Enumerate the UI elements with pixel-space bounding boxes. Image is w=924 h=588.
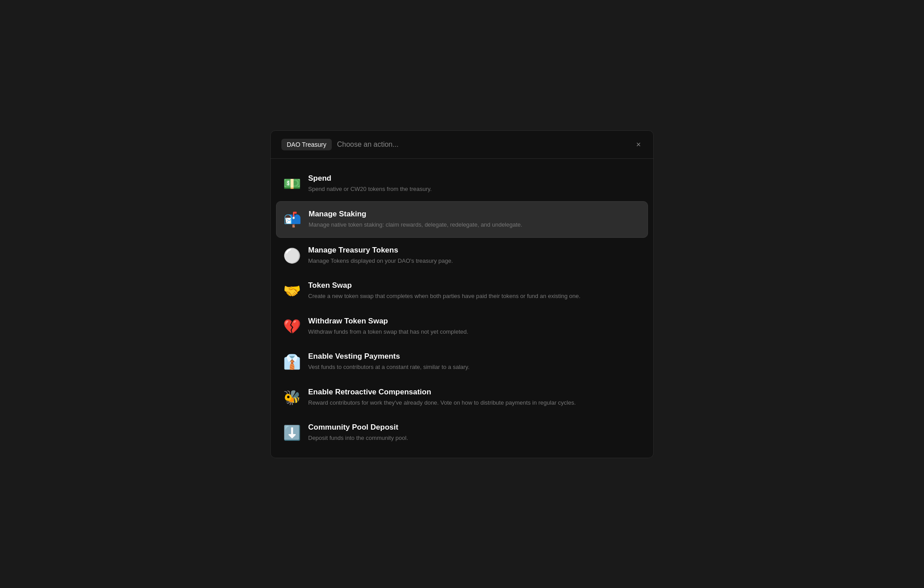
modal-title: Choose an action...	[337, 141, 629, 149]
token-swap-title: Token Swap	[308, 281, 641, 290]
enable-vesting-payments-description: Vest funds to contributors at a constant…	[308, 363, 641, 372]
token-swap-description: Create a new token swap that completes w…	[308, 292, 641, 301]
spend-icon: 💵	[283, 175, 301, 193]
community-pool-deposit-title: Community Pool Deposit	[308, 423, 641, 432]
community-pool-deposit-description: Deposit funds into the community pool.	[308, 434, 641, 443]
enable-vesting-payments-title: Enable Vesting Payments	[308, 352, 641, 361]
action-item-token-swap[interactable]: 🤝 Token Swap Create a new token swap tha…	[276, 273, 648, 309]
withdraw-token-swap-content: Withdraw Token Swap Withdraw funds from …	[308, 317, 641, 336]
token-swap-content: Token Swap Create a new token swap that …	[308, 281, 641, 301]
enable-retroactive-compensation-title: Enable Retroactive Compensation	[308, 388, 641, 397]
community-pool-deposit-content: Community Pool Deposit Deposit funds int…	[308, 423, 641, 443]
withdraw-token-swap-title: Withdraw Token Swap	[308, 317, 641, 326]
spend-description: Spend native or CW20 tokens from the tre…	[308, 185, 641, 194]
action-item-community-pool-deposit[interactable]: ⬇️ Community Pool Deposit Deposit funds …	[276, 415, 648, 451]
community-pool-deposit-icon: ⬇️	[283, 424, 301, 442]
manage-staking-title: Manage Staking	[309, 210, 640, 219]
action-item-spend[interactable]: 💵 Spend Spend native or CW20 tokens from…	[276, 166, 648, 202]
manage-treasury-tokens-icon: ⚪	[283, 247, 301, 265]
enable-vesting-payments-icon: 👔	[283, 353, 301, 371]
close-button[interactable]: ×	[634, 139, 643, 150]
enable-retroactive-compensation-content: Enable Retroactive Compensation Reward c…	[308, 388, 641, 407]
action-item-enable-retroactive-compensation[interactable]: 🐝 Enable Retroactive Compensation Reward…	[276, 380, 648, 415]
enable-retroactive-compensation-description: Reward contributors for work they've alr…	[308, 398, 641, 407]
manage-staking-description: Manage native token staking: claim rewar…	[309, 220, 640, 229]
action-item-withdraw-token-swap[interactable]: 💔 Withdraw Token Swap Withdraw funds fro…	[276, 309, 648, 344]
enable-vesting-payments-content: Enable Vesting Payments Vest funds to co…	[308, 352, 641, 372]
withdraw-token-swap-description: Withdraw funds from a token swap that ha…	[308, 327, 641, 336]
action-item-manage-treasury-tokens[interactable]: ⚪ Manage Treasury Tokens Manage Tokens d…	[276, 238, 648, 273]
spend-content: Spend Spend native or CW20 tokens from t…	[308, 174, 641, 194]
dao-treasury-badge: DAO Treasury	[281, 139, 332, 150]
modal-container: DAO Treasury Choose an action... × 💵 Spe…	[270, 130, 654, 458]
manage-treasury-tokens-description: Manage Tokens displayed on your DAO's tr…	[308, 257, 641, 265]
manage-staking-content: Manage Staking Manage native token staki…	[309, 210, 640, 229]
enable-retroactive-compensation-icon: 🐝	[283, 389, 301, 406]
modal-body: 💵 Spend Spend native or CW20 tokens from…	[271, 159, 653, 458]
spend-title: Spend	[308, 174, 641, 183]
action-item-enable-vesting-payments[interactable]: 👔 Enable Vesting Payments Vest funds to …	[276, 344, 648, 380]
modal-header: DAO Treasury Choose an action... ×	[271, 131, 653, 159]
manage-treasury-tokens-title: Manage Treasury Tokens	[308, 246, 641, 255]
withdraw-token-swap-icon: 💔	[283, 318, 301, 335]
manage-staking-icon: 📬	[284, 211, 301, 228]
token-swap-icon: 🤝	[283, 282, 301, 300]
manage-treasury-tokens-content: Manage Treasury Tokens Manage Tokens dis…	[308, 246, 641, 265]
action-item-manage-staking[interactable]: 📬 Manage Staking Manage native token sta…	[276, 201, 648, 238]
